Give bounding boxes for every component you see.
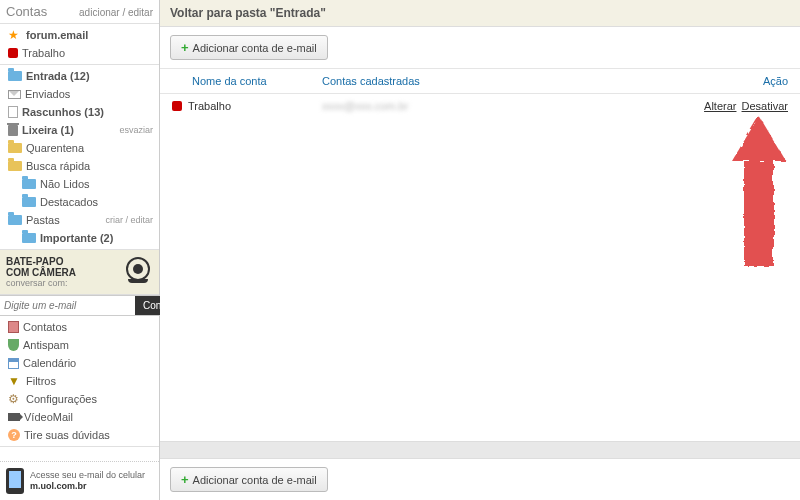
folder-lixeira[interactable]: Lixeira (1) esvaziar xyxy=(0,121,159,139)
chat-email-input[interactable] xyxy=(0,296,135,315)
sidebar: Contas adicionar / editar ★ forum.email … xyxy=(0,0,160,500)
folder-enviados[interactable]: Enviados xyxy=(0,85,159,103)
table-row: Trabalho xxxx@xxx.com.br Alterar Desativ… xyxy=(160,94,800,118)
folder-quarentena[interactable]: Quarentena xyxy=(0,139,159,157)
shield-icon xyxy=(8,339,19,351)
plus-icon: + xyxy=(181,472,189,487)
folder-icon xyxy=(8,161,22,171)
sidebar-add-edit-link[interactable]: adicionar / editar xyxy=(79,7,153,18)
tool-calendario[interactable]: Calendário xyxy=(0,354,159,372)
add-account-button-bottom[interactable]: + Adicionar conta de e-mail xyxy=(170,467,328,492)
tool-antispam[interactable]: Antispam xyxy=(0,336,159,354)
chat-form: Convidar xyxy=(0,295,159,316)
camera-icon xyxy=(8,413,20,421)
add-account-button-top[interactable]: + Adicionar conta de e-mail xyxy=(170,35,328,60)
main-panel: Voltar para pasta "Entrada" + Adicionar … xyxy=(160,0,800,500)
folder-icon xyxy=(22,233,36,243)
col-nome: Nome da conta xyxy=(172,75,322,87)
tool-contatos[interactable]: Contatos xyxy=(0,318,159,336)
star-icon: ★ xyxy=(8,29,22,41)
tool-tire-duvidas[interactable]: ? Tire suas dúvidas xyxy=(0,426,159,444)
chat-subtitle: conversar com: xyxy=(6,278,117,288)
top-add-bar: + Adicionar conta de e-mail xyxy=(160,27,800,69)
envelope-icon xyxy=(8,90,21,99)
gear-icon: ⚙ xyxy=(8,393,22,405)
webcam-icon xyxy=(123,257,153,287)
sidebar-account-trabalho[interactable]: Trabalho xyxy=(0,44,159,62)
row-account-name: Trabalho xyxy=(188,100,231,112)
folder-icon xyxy=(8,215,22,225)
phone-icon xyxy=(6,468,24,494)
bottom-add-bar: + Adicionar conta de e-mail xyxy=(160,459,800,500)
folder-busca-rapida[interactable]: Busca rápida xyxy=(0,157,159,175)
folder-importante[interactable]: Importante (2) xyxy=(0,229,159,247)
accounts-section: ★ forum.email Trabalho xyxy=(0,24,159,65)
col-contas: Contas cadastradas xyxy=(322,75,668,87)
tool-filtros[interactable]: ▼ Filtros xyxy=(0,372,159,390)
document-icon xyxy=(8,106,18,118)
account-label: forum.email xyxy=(26,29,153,41)
folder-icon xyxy=(8,143,22,153)
col-acao: Ação xyxy=(668,75,788,87)
separator-bar xyxy=(160,441,800,459)
chat-promo: BATE-PAPO COM CÂMERA conversar com: xyxy=(0,250,159,295)
account-label: Trabalho xyxy=(22,47,153,59)
tool-videomail[interactable]: VídeoMail xyxy=(0,408,159,426)
folder-pastas[interactable]: Pastas criar / editar xyxy=(0,211,159,229)
chat-title-2: COM CÂMERA xyxy=(6,267,117,278)
tool-configuracoes[interactable]: ⚙ Configurações xyxy=(0,390,159,408)
red-square-icon xyxy=(8,48,18,58)
plus-icon: + xyxy=(181,40,189,55)
mobile-promo[interactable]: Acesse seu e-mail do celular m.uol.com.b… xyxy=(0,461,159,500)
folder-icon xyxy=(22,179,36,189)
sidebar-account-forum[interactable]: ★ forum.email xyxy=(0,26,159,44)
sidebar-title: Contas xyxy=(6,4,47,19)
trash-icon xyxy=(8,125,18,136)
tools-section: Contatos Antispam Calendário ▼ Filtros ⚙… xyxy=(0,316,159,447)
chat-title-1: BATE-PAPO xyxy=(6,256,117,267)
folder-rascunhos[interactable]: Rascunhos (13) xyxy=(0,103,159,121)
folder-entrada[interactable]: Entrada (12) xyxy=(0,67,159,85)
folder-icon xyxy=(22,197,36,207)
alterar-link[interactable]: Alterar xyxy=(704,100,736,112)
create-edit-folders-link[interactable]: criar / editar xyxy=(105,215,153,225)
folders-section: Entrada (12) Enviados Rascunhos (13) Lix… xyxy=(0,65,159,250)
contacts-icon xyxy=(8,321,19,333)
funnel-icon: ▼ xyxy=(8,375,22,387)
calendar-icon xyxy=(8,358,19,369)
row-email-blurred: xxxx@xxx.com.br xyxy=(322,100,668,112)
table-header: Nome da conta Contas cadastradas Ação xyxy=(160,69,800,94)
question-icon: ? xyxy=(8,429,20,441)
red-square-icon xyxy=(172,101,182,111)
folder-nao-lidos[interactable]: Não Lidos xyxy=(0,175,159,193)
sidebar-header: Contas adicionar / editar xyxy=(0,0,159,24)
desativar-link[interactable]: Desativar xyxy=(742,100,788,112)
folder-icon xyxy=(8,71,22,81)
folder-destacados[interactable]: Destacados xyxy=(0,193,159,211)
back-to-folder-link[interactable]: Voltar para pasta "Entrada" xyxy=(160,0,800,27)
empty-trash-link[interactable]: esvaziar xyxy=(119,125,153,135)
